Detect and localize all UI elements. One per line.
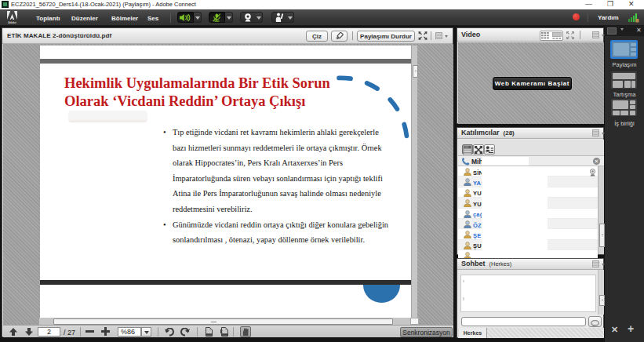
svg-text:Adobe: Adobe (8, 21, 16, 24)
